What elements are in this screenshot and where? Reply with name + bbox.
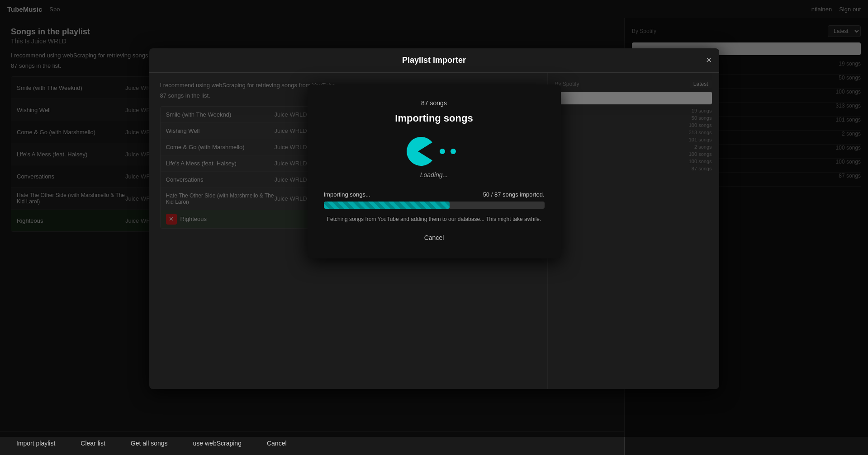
progress-bar-bg <box>324 202 545 209</box>
loading-container: Loading... <box>324 137 545 178</box>
cancel-button-bottom[interactable]: Cancel <box>261 437 292 450</box>
importer-dialog: Playlist importer × I recommend using we… <box>149 48 719 389</box>
modal-cancel-button[interactable]: Cancel <box>413 231 455 244</box>
progress-labels: Importing songs... 50 / 87 songs importe… <box>324 191 545 198</box>
progress-count: 50 / 87 songs imported. <box>483 191 545 198</box>
use-webscraping-button[interactable]: use webScraping <box>188 437 247 450</box>
clear-list-button[interactable]: Clear list <box>75 437 110 450</box>
modal-bottom-row: Cancel <box>324 231 545 244</box>
progress-note: Fetching songs from YouTube and adding t… <box>324 216 545 222</box>
pacman-icon <box>403 137 432 166</box>
dialog-title: Playlist importer <box>402 56 466 65</box>
svg-point-0 <box>440 149 445 154</box>
loading-text: Loading... <box>420 171 448 178</box>
modal-song-count: 87 songs <box>324 99 545 107</box>
dialog-body: I recommend using webScraping for retrie… <box>149 73 719 389</box>
importing-label: Importing songs... <box>324 191 370 198</box>
pacman-dots <box>438 147 465 156</box>
song-count-label: 87 songs <box>421 99 447 107</box>
progress-bar-fill <box>324 202 450 209</box>
right-preview-header: By Spotify Latest <box>555 80 712 88</box>
dialog-right-preview: By Spotify Latest 19 songs 50 songs 100 … <box>547 73 719 389</box>
modal-title: Importing songs <box>324 113 545 124</box>
svg-point-1 <box>451 149 456 154</box>
progress-section: Importing songs... 50 / 87 songs importe… <box>324 191 545 222</box>
get-all-songs-button[interactable]: Get all songs <box>125 437 173 450</box>
pacman-wrapper <box>403 137 465 166</box>
dialog-header: Playlist importer × <box>149 48 719 73</box>
importing-modal: 87 songs Importing songs <box>308 84 561 258</box>
import-playlist-button[interactable]: Import playlist <box>11 437 61 450</box>
modal-overlay: Playlist importer × I recommend using we… <box>0 0 868 437</box>
cancel-import-button[interactable]: ✕ <box>166 214 177 225</box>
dialog-close-button[interactable]: × <box>706 54 712 66</box>
